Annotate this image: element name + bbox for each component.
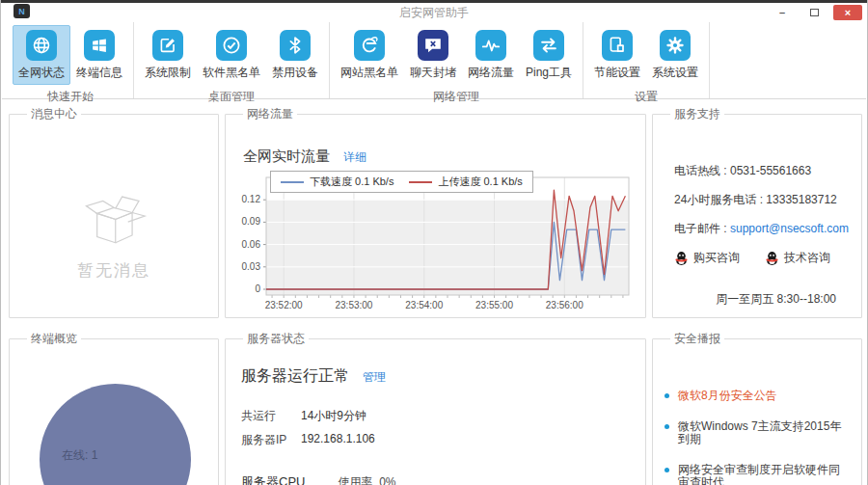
security-news-item[interactable]: 微软8月份安全公告 [665, 390, 850, 402]
legend-label: 下载速度 0.1 Kb/s [310, 175, 393, 189]
bullet-icon [665, 468, 669, 472]
close-button[interactable]: × [833, 5, 862, 20]
ribbon-item-software-blacklist[interactable]: 软件黑名单 [197, 25, 266, 85]
svg-text:23:55:00: 23:55:00 [475, 300, 513, 310]
globe-icon [26, 30, 57, 61]
news-item-text: 网络安全审查制度开启软硬件同审查时代 [678, 464, 850, 485]
qq-penguin-icon [674, 251, 689, 266]
bullet-icon [665, 424, 669, 429]
ribbon-toolbar: 全网状态终端信息快速开始系统限制软件黑名单禁用设备桌面管理网站黑名单聊天封堵网络… [2, 22, 866, 99]
ribbon-item-network-traffic[interactable]: 网络流量 [462, 25, 520, 85]
svg-text:0.09: 0.09 [242, 216, 261, 227]
uptime-row: 共运行 14小时9分钟 [241, 408, 634, 424]
svg-text:23:52:00: 23:52:00 [265, 300, 303, 310]
svg-text:0.12: 0.12 [242, 194, 261, 204]
ribbon-item-label: 聊天封堵 [410, 65, 456, 81]
panel-title: 服务器状态 [243, 331, 309, 347]
ribbon-item-chat-block[interactable]: 聊天封堵 [404, 25, 462, 85]
svg-text:0: 0 [255, 283, 260, 294]
service-hours: 周一至周五 8:30--18:00 [665, 291, 836, 308]
online-terminals-pie-chart: 在线: 1 [40, 384, 191, 485]
service24-line: 24小时服务电话 : 13335183712 [674, 192, 850, 208]
arrows-icon [533, 30, 564, 61]
server-status-heading: 服务器运行正常 [241, 366, 349, 387]
panel-title: 消息中心 [27, 106, 81, 122]
panel-network-traffic: 网络流量 全网实时流量 详细 下载速度 0.1 Kb/s上传速度 0.1 Kb/… [225, 106, 646, 318]
maximize-icon [810, 9, 819, 16]
ribbon-item-system-settings[interactable]: 系统设置 [646, 25, 704, 85]
legend-line-swatch [409, 181, 432, 183]
ribbon-item-power-settings[interactable]: 节能设置 [588, 25, 646, 85]
security-news-item[interactable]: 网络安全审查制度开启软硬件同审查时代 [665, 464, 850, 485]
bluetooth-icon [280, 30, 311, 61]
panel-service-support: 服务支持 电话热线 : 0531-55561663 24小时服务电话 : 133… [652, 106, 862, 318]
traffic-heading: 全网实时流量 [243, 148, 330, 166]
ribbon-item-label: Ping工具 [526, 65, 572, 81]
ribbon-group: 网站黑名单聊天封堵网络流量Ping工具网络管理 [330, 22, 583, 98]
uptime-value: 14小时9分钟 [301, 408, 366, 424]
titlebar: N 启安网管助手 – × [1, 3, 867, 22]
maximize-button[interactable] [801, 5, 827, 20]
service24-number: 13335183712 [766, 193, 836, 206]
ribbon-item-label: 系统设置 [652, 65, 698, 81]
news-item-text: 微软8月份安全公告 [678, 390, 777, 402]
ribbon-group: 节能设置系统设置设置 [583, 22, 710, 98]
pulse-icon [475, 30, 506, 61]
minimize-button[interactable]: – [770, 5, 795, 20]
hotline-line: 电话热线 : 0531-55561663 [674, 163, 850, 179]
security-news-item[interactable]: 微软Windows 7主流支持2015年到期 [665, 420, 850, 445]
ribbon-item-disable-devices[interactable]: 禁用设备 [266, 25, 324, 85]
ribbon-item-terminal-info[interactable]: 终端信息 [70, 25, 128, 85]
pie-online-label: 在线: 1 [62, 447, 97, 464]
qq-penguin-icon [765, 251, 779, 266]
ribbon-item-label: 软件黑名单 [203, 65, 260, 81]
qq-tech-consult-button[interactable]: 技术咨询 [765, 250, 830, 266]
svg-text:23:53:00: 23:53:00 [335, 300, 372, 310]
legend-label: 上传速度 0.1 Kb/s [438, 175, 522, 189]
ie-icon [354, 30, 385, 61]
ribbon-item-full-network-status[interactable]: 全网状态 [13, 25, 70, 85]
qq-buy-consult-button[interactable]: 购买咨询 [674, 250, 740, 266]
empty-box-icon [68, 178, 160, 254]
server-manage-link[interactable]: 管理 [363, 369, 386, 386]
panel-security-news: 安全播报 微软8月份安全公告微软Windows 7主流支持2015年到期网络安全… [652, 331, 862, 485]
hotline-number: 0531-55561663 [730, 164, 811, 177]
app-window: N 启安网管助手 – × 全网状态终端信息快速开始系统限制软件黑名单禁用设备桌面… [0, 0, 868, 485]
legend-entry: 上传速度 0.1 Kb/s [409, 175, 522, 189]
panel-message-center: 消息中心 暂无消息 [9, 106, 219, 318]
server-ip-row: 服务器IP 192.168.1.106 [241, 432, 634, 448]
legend-line-swatch [281, 181, 304, 183]
panel-server-status: 服务器状态 服务器运行正常 管理 共运行 14小时9分钟 服务器IP 192.1… [225, 331, 646, 485]
check-circle-icon [216, 30, 247, 61]
ribbon-item-website-blacklist[interactable]: 网站黑名单 [335, 25, 404, 85]
gear-icon [660, 30, 691, 61]
power-icon [602, 30, 633, 61]
chart-legend: 下载速度 0.1 Kb/s上传速度 0.1 Kb/s [270, 171, 533, 193]
panel-title: 网络流量 [243, 106, 297, 122]
ribbon-item-label: 网络流量 [468, 65, 514, 81]
panel-title: 服务支持 [670, 106, 724, 122]
svg-text:0.06: 0.06 [242, 239, 261, 250]
traffic-detail-link[interactable]: 详细 [343, 149, 366, 166]
ribbon-item-label: 全网状态 [18, 65, 65, 81]
legend-entry: 下载速度 0.1 Kb/s [281, 175, 393, 189]
traffic-chart: 下载速度 0.1 Kb/s上传速度 0.1 Kb/s 23:52:0023:53… [237, 174, 634, 318]
ribbon-item-ping-tool[interactable]: Ping工具 [520, 25, 578, 85]
windows-icon [84, 30, 115, 61]
ribbon-item-label: 禁用设备 [272, 65, 318, 81]
svg-text:0.03: 0.03 [242, 261, 261, 272]
ribbon-item-system-restrict[interactable]: 系统限制 [139, 25, 197, 85]
edit-icon [152, 30, 183, 61]
ribbon-item-label: 节能设置 [594, 65, 640, 81]
svg-text:23:56:00: 23:56:00 [546, 300, 583, 310]
ribbon-item-label: 系统限制 [145, 65, 191, 81]
svg-text:23:54:00: 23:54:00 [405, 300, 443, 310]
ribbon-item-label: 终端信息 [76, 65, 122, 81]
panel-title: 安全播报 [670, 331, 724, 347]
panel-terminal-overview: 终端概览 在线: 1 [9, 331, 219, 485]
support-email-link[interactable]: support@nsecsoft.com [730, 222, 849, 235]
cpu-row: 服务器CPU 使用率 0% [241, 473, 634, 485]
no-messages-text: 暂无消息 [77, 259, 150, 282]
ribbon-group: 全网状态终端信息快速开始 [8, 22, 134, 98]
chat-block-icon [418, 30, 448, 61]
